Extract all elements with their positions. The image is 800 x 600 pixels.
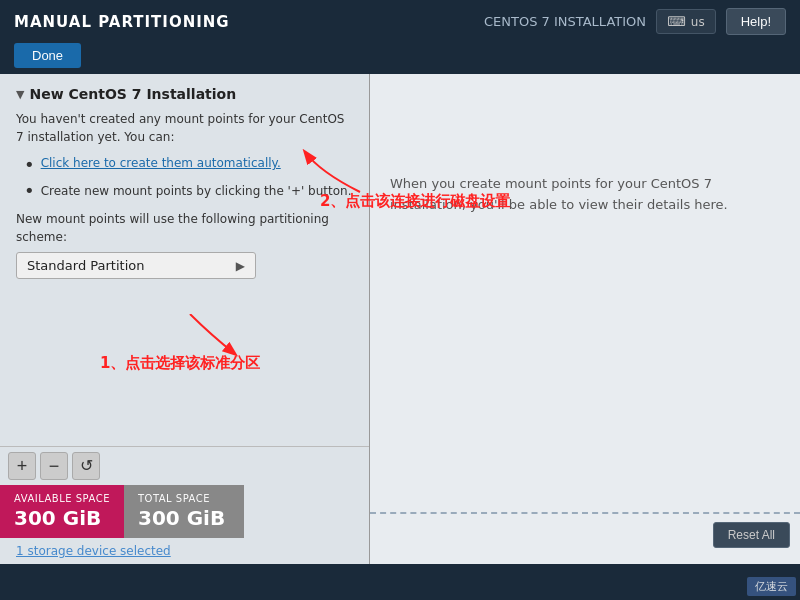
bullet-icon-1: • <box>24 156 35 174</box>
left-panel: ▼ New CentOS 7 Installation You haven't … <box>0 74 370 564</box>
keyboard-selector[interactable]: ⌨ us <box>656 9 716 34</box>
add-button-text: Create new mount points by clicking the … <box>41 182 352 200</box>
partition-toolbar: + − ↺ <box>0 446 369 485</box>
keyboard-lang: us <box>691 15 705 29</box>
storage-device-link[interactable]: 1 storage device selected <box>0 538 369 564</box>
dashed-separator <box>370 512 800 514</box>
dropdown-arrow-icon: ▶ <box>236 259 245 273</box>
bullet-auto: • Click here to create them automaticall… <box>24 156 353 174</box>
right-panel-placeholder: When you create mount points for your Ce… <box>390 174 780 216</box>
help-button[interactable]: Help! <box>726 8 786 35</box>
centos-install-label: CENTOS 7 INSTALLATION <box>484 14 646 29</box>
available-label: AVAILABLE SPACE <box>14 493 110 504</box>
total-space: TOTAL SPACE 300 GiB <box>124 485 244 538</box>
available-space: AVAILABLE SPACE 300 GiB <box>0 485 124 538</box>
total-value: 300 GiB <box>138 506 230 530</box>
installation-header: ▼ New CentOS 7 Installation <box>16 86 353 102</box>
scheme-text: New mount points will use the following … <box>16 210 353 246</box>
partition-dropdown-label: Standard Partition <box>27 258 144 273</box>
info-text: You haven't created any mount points for… <box>16 110 353 146</box>
auto-create-link[interactable]: Click here to create them automatically. <box>41 156 281 170</box>
bullet-icon-2: • <box>24 182 35 200</box>
triangle-icon: ▼ <box>16 88 24 101</box>
done-button[interactable]: Done <box>14 43 81 68</box>
reset-area: Reset All <box>713 522 790 548</box>
app-title: MANUAL PARTITIONING <box>14 13 230 31</box>
remove-partition-button[interactable]: − <box>40 452 68 480</box>
keyboard-icon: ⌨ <box>667 14 686 29</box>
refresh-partition-button[interactable]: ↺ <box>72 452 100 480</box>
available-value: 300 GiB <box>14 506 110 530</box>
right-panel: When you create mount points for your Ce… <box>370 74 800 564</box>
storage-bar: AVAILABLE SPACE 300 GiB TOTAL SPACE 300 … <box>0 485 369 538</box>
reset-all-button[interactable]: Reset All <box>713 522 790 548</box>
installation-title: New CentOS 7 Installation <box>29 86 236 102</box>
partition-dropdown[interactable]: Standard Partition ▶ <box>16 252 256 279</box>
total-label: TOTAL SPACE <box>138 493 230 504</box>
bullet-add: • Create new mount points by clicking th… <box>24 182 353 200</box>
add-partition-button[interactable]: + <box>8 452 36 480</box>
watermark: 亿速云 <box>747 577 796 596</box>
